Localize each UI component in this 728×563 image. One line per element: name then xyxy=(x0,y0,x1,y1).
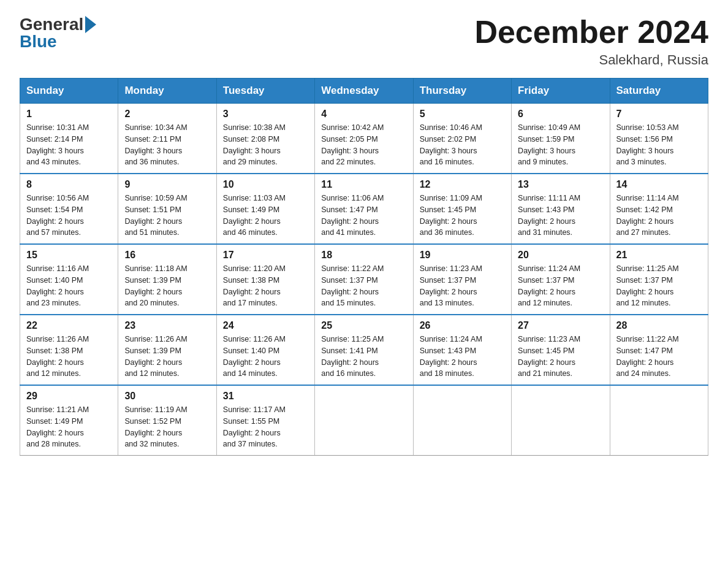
day-info: Sunrise: 11:20 AMSunset: 1:38 PMDaylight… xyxy=(223,263,308,309)
col-thursday: Thursday xyxy=(413,79,511,104)
day-info: Sunrise: 10:46 AMSunset: 2:02 PMDaylight… xyxy=(420,122,505,168)
day-number: 20 xyxy=(518,250,603,261)
day-number: 22 xyxy=(26,320,112,331)
day-info: Sunrise: 11:22 AMSunset: 1:37 PMDaylight… xyxy=(321,263,406,309)
calendar-week-row: 8 Sunrise: 10:56 AMSunset: 1:54 PMDaylig… xyxy=(20,174,708,244)
col-monday: Monday xyxy=(118,79,216,104)
col-wednesday: Wednesday xyxy=(315,79,413,104)
day-info: Sunrise: 11:16 AMSunset: 1:40 PMDaylight… xyxy=(26,263,112,309)
calendar-week-row: 15 Sunrise: 11:16 AMSunset: 1:40 PMDayli… xyxy=(20,244,708,315)
col-tuesday: Tuesday xyxy=(216,79,314,104)
day-info: Sunrise: 11:03 AMSunset: 1:49 PMDaylight… xyxy=(223,193,308,239)
day-number: 29 xyxy=(26,391,112,402)
table-row: 14 Sunrise: 11:14 AMSunset: 1:42 PMDayli… xyxy=(610,174,708,244)
table-row: 28 Sunrise: 11:22 AMSunset: 1:47 PMDayli… xyxy=(610,315,708,385)
table-row: 20 Sunrise: 11:24 AMSunset: 1:37 PMDayli… xyxy=(512,244,610,315)
day-info: Sunrise: 10:49 AMSunset: 1:59 PMDaylight… xyxy=(518,122,603,168)
table-row: 21 Sunrise: 11:25 AMSunset: 1:37 PMDayli… xyxy=(610,244,708,315)
table-row: 19 Sunrise: 11:23 AMSunset: 1:37 PMDayli… xyxy=(413,244,511,315)
day-number: 15 xyxy=(26,250,112,261)
location-label: Salekhard, Russia xyxy=(474,52,708,68)
day-number: 26 xyxy=(420,320,505,331)
day-info: Sunrise: 10:31 AMSunset: 2:14 PMDaylight… xyxy=(26,122,112,168)
day-info: Sunrise: 11:26 AMSunset: 1:40 PMDaylight… xyxy=(223,334,308,380)
day-number: 18 xyxy=(321,250,406,261)
table-row: 26 Sunrise: 11:24 AMSunset: 1:43 PMDayli… xyxy=(413,315,511,385)
table-row: 2 Sunrise: 10:34 AMSunset: 2:11 PMDaylig… xyxy=(118,104,216,174)
day-info: Sunrise: 11:25 AMSunset: 1:37 PMDaylight… xyxy=(616,263,702,309)
day-number: 10 xyxy=(223,179,308,190)
day-number: 1 xyxy=(26,109,112,120)
table-row: 15 Sunrise: 11:16 AMSunset: 1:40 PMDayli… xyxy=(20,244,118,315)
table-row xyxy=(610,385,708,456)
table-row: 18 Sunrise: 11:22 AMSunset: 1:37 PMDayli… xyxy=(315,244,413,315)
calendar-week-row: 29 Sunrise: 11:21 AMSunset: 1:49 PMDayli… xyxy=(20,385,708,456)
day-number: 19 xyxy=(420,250,505,261)
table-row xyxy=(413,385,511,456)
day-number: 3 xyxy=(223,109,308,120)
table-row: 29 Sunrise: 11:21 AMSunset: 1:49 PMDayli… xyxy=(20,385,118,456)
day-info: Sunrise: 11:26 AMSunset: 1:39 PMDaylight… xyxy=(124,334,210,380)
table-row: 25 Sunrise: 11:25 AMSunset: 1:41 PMDayli… xyxy=(315,315,413,385)
day-info: Sunrise: 11:21 AMSunset: 1:49 PMDaylight… xyxy=(26,404,112,450)
day-info: Sunrise: 11:17 AMSunset: 1:55 PMDaylight… xyxy=(223,404,308,450)
day-number: 7 xyxy=(616,109,702,120)
day-number: 25 xyxy=(321,320,406,331)
day-number: 9 xyxy=(124,179,210,190)
day-number: 27 xyxy=(518,320,603,331)
title-section: December 2024 Salekhard, Russia xyxy=(474,15,708,68)
day-info: Sunrise: 11:14 AMSunset: 1:42 PMDaylight… xyxy=(616,193,702,239)
day-info: Sunrise: 11:26 AMSunset: 1:38 PMDaylight… xyxy=(26,334,112,380)
day-number: 14 xyxy=(616,179,702,190)
day-number: 8 xyxy=(26,179,112,190)
day-info: Sunrise: 11:06 AMSunset: 1:47 PMDaylight… xyxy=(321,193,406,239)
month-title: December 2024 xyxy=(474,15,708,50)
table-row xyxy=(512,385,610,456)
table-row: 23 Sunrise: 11:26 AMSunset: 1:39 PMDayli… xyxy=(118,315,216,385)
day-info: Sunrise: 10:38 AMSunset: 2:08 PMDaylight… xyxy=(223,122,308,168)
logo: General Blue xyxy=(20,15,96,52)
table-row: 6 Sunrise: 10:49 AMSunset: 1:59 PMDaylig… xyxy=(512,104,610,174)
day-number: 21 xyxy=(616,250,702,261)
day-number: 17 xyxy=(223,250,308,261)
day-info: Sunrise: 10:34 AMSunset: 2:11 PMDaylight… xyxy=(124,122,210,168)
table-row: 12 Sunrise: 11:09 AMSunset: 1:45 PMDayli… xyxy=(413,174,511,244)
table-row: 17 Sunrise: 11:20 AMSunset: 1:38 PMDayli… xyxy=(216,244,314,315)
day-info: Sunrise: 11:25 AMSunset: 1:41 PMDaylight… xyxy=(321,334,406,380)
col-saturday: Saturday xyxy=(610,79,708,104)
day-number: 2 xyxy=(124,109,210,120)
table-row: 24 Sunrise: 11:26 AMSunset: 1:40 PMDayli… xyxy=(216,315,314,385)
table-row: 1 Sunrise: 10:31 AMSunset: 2:14 PMDaylig… xyxy=(20,104,118,174)
day-info: Sunrise: 11:09 AMSunset: 1:45 PMDaylight… xyxy=(420,193,505,239)
table-row: 4 Sunrise: 10:42 AMSunset: 2:05 PMDaylig… xyxy=(315,104,413,174)
day-number: 31 xyxy=(223,391,308,402)
calendar-week-row: 22 Sunrise: 11:26 AMSunset: 1:38 PMDayli… xyxy=(20,315,708,385)
col-sunday: Sunday xyxy=(20,79,118,104)
table-row: 13 Sunrise: 11:11 AMSunset: 1:43 PMDayli… xyxy=(512,174,610,244)
logo-arrow-icon xyxy=(85,16,96,33)
day-info: Sunrise: 10:53 AMSunset: 1:56 PMDaylight… xyxy=(616,122,702,168)
day-number: 30 xyxy=(124,391,210,402)
day-info: Sunrise: 11:24 AMSunset: 1:37 PMDaylight… xyxy=(518,263,603,309)
table-row: 8 Sunrise: 10:56 AMSunset: 1:54 PMDaylig… xyxy=(20,174,118,244)
table-row: 5 Sunrise: 10:46 AMSunset: 2:02 PMDaylig… xyxy=(413,104,511,174)
day-number: 6 xyxy=(518,109,603,120)
day-info: Sunrise: 11:19 AMSunset: 1:52 PMDaylight… xyxy=(124,404,210,450)
day-number: 12 xyxy=(420,179,505,190)
day-number: 11 xyxy=(321,179,406,190)
day-number: 28 xyxy=(616,320,702,331)
page-header: General Blue December 2024 Salekhard, Ru… xyxy=(20,15,708,68)
day-number: 13 xyxy=(518,179,603,190)
calendar-table: Sunday Monday Tuesday Wednesday Thursday… xyxy=(20,78,708,456)
table-row: 3 Sunrise: 10:38 AMSunset: 2:08 PMDaylig… xyxy=(216,104,314,174)
table-row: 22 Sunrise: 11:26 AMSunset: 1:38 PMDayli… xyxy=(20,315,118,385)
table-row: 11 Sunrise: 11:06 AMSunset: 1:47 PMDayli… xyxy=(315,174,413,244)
day-info: Sunrise: 11:22 AMSunset: 1:47 PMDaylight… xyxy=(616,334,702,380)
table-row: 16 Sunrise: 11:18 AMSunset: 1:39 PMDayli… xyxy=(118,244,216,315)
table-row xyxy=(315,385,413,456)
table-row: 31 Sunrise: 11:17 AMSunset: 1:55 PMDayli… xyxy=(216,385,314,456)
col-friday: Friday xyxy=(512,79,610,104)
day-number: 16 xyxy=(124,250,210,261)
table-row: 30 Sunrise: 11:19 AMSunset: 1:52 PMDayli… xyxy=(118,385,216,456)
day-info: Sunrise: 11:24 AMSunset: 1:43 PMDaylight… xyxy=(420,334,505,380)
